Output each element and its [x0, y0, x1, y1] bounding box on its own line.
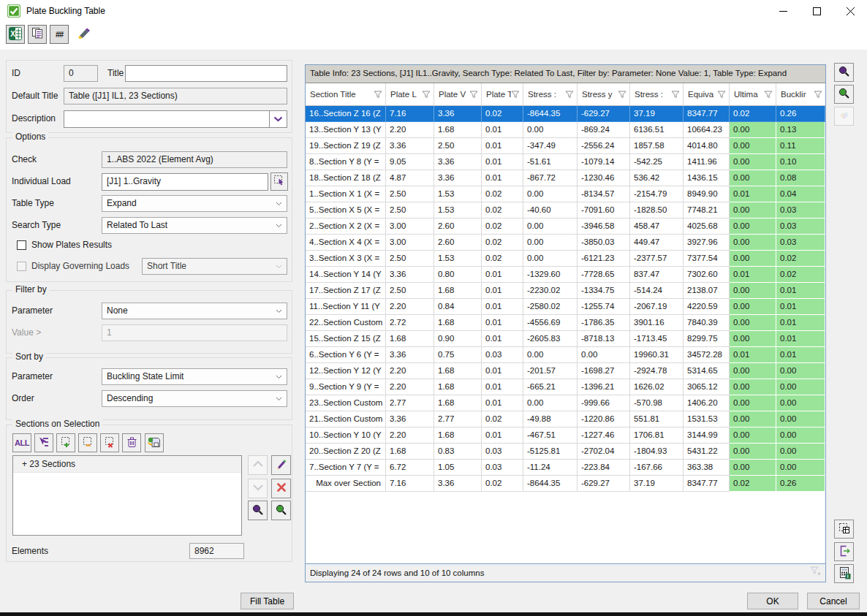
table-row[interactable]: 17..Section Z 17 (Z2.501.680.01-2230.02-… [306, 283, 825, 299]
delete-button[interactable] [122, 433, 141, 452]
column-header[interactable]: Stress y [578, 83, 630, 105]
table-cell[interactable]: 3144.99 [684, 427, 730, 444]
table-cell[interactable]: 0.01 [482, 379, 523, 395]
sort-order-combo[interactable]: Descending [102, 390, 287, 407]
table-cell[interactable]: 458.47 [630, 218, 684, 235]
table-cell[interactable]: 2.20 [386, 363, 434, 379]
table-cell[interactable]: 0.02 [482, 106, 523, 122]
table-cell[interactable]: 0.04 [776, 186, 825, 202]
table-cell[interactable]: 6136.51 [630, 122, 684, 138]
filter-funnel-icon[interactable] [422, 91, 431, 99]
table-cell[interactable]: 1.68 [434, 363, 482, 379]
table-cell[interactable]: 0.84 [434, 299, 482, 315]
table-cell[interactable]: 0.13 [776, 122, 825, 138]
table-cell[interactable]: 0.00 [730, 331, 776, 347]
table-cell[interactable]: -514.24 [630, 283, 684, 299]
table-cell[interactable]: -8718.13 [578, 331, 630, 347]
table-cell[interactable]: -1828.50 [630, 202, 684, 218]
table-cell[interactable]: 0.02 [482, 186, 523, 202]
table-cell[interactable]: 13..Section Y 13 (Y [306, 122, 386, 138]
table-cell[interactable]: -7728.65 [578, 267, 630, 283]
table-cell[interactable]: 8299.75 [684, 331, 730, 347]
table-cell[interactable]: 6.72 [386, 460, 434, 476]
column-header[interactable]: Equiva [684, 83, 730, 105]
table-cell[interactable]: 2.50 [386, 186, 434, 202]
table-cell[interactable]: 2.20 [386, 427, 434, 444]
table-cell[interactable]: 0.90 [434, 331, 482, 347]
table-cell[interactable]: 2.20 [386, 122, 434, 138]
table-cell[interactable]: -167.66 [630, 460, 684, 476]
table-cell[interactable]: 0.00 [730, 379, 776, 395]
zoom-selection-purple-button[interactable] [248, 501, 268, 520]
table-cell[interactable]: -2556.24 [578, 138, 630, 154]
table-cell[interactable]: 0.02 [482, 202, 523, 218]
table-cell[interactable]: 0.03 [482, 347, 523, 363]
table-cell[interactable]: 0.01 [482, 331, 523, 347]
table-cell[interactable]: 2.20 [386, 299, 434, 315]
table-cell[interactable]: 2.60 [434, 218, 482, 235]
table-cell[interactable]: 0.00 [523, 235, 578, 251]
number-format-button[interactable]: ## [50, 25, 69, 44]
table-cell[interactable]: 1.68 [434, 315, 482, 331]
table-row[interactable]: 10..Section Y 10 (Y2.201.680.01-467.51-1… [306, 427, 825, 444]
description-dropdown-button[interactable] [269, 110, 287, 128]
table-cell[interactable]: 0.10 [776, 154, 825, 170]
save-selection-button[interactable] [145, 433, 164, 452]
table-row[interactable]: 1..Section X 1 (X =2.501.530.020.00-8134… [306, 186, 825, 202]
table-cell[interactable]: 0.00 [730, 218, 776, 235]
table-cell[interactable]: 3.36 [434, 476, 482, 492]
table-cell[interactable]: 2.20 [386, 379, 434, 395]
filter-funnel-icon[interactable] [469, 91, 478, 99]
highlighter-button[interactable] [73, 25, 94, 44]
table-row[interactable]: 8..Section Y 8 (Y =9.053.360.01-51.61-10… [306, 154, 825, 170]
table-cell[interactable]: 0.00 [730, 170, 776, 186]
table-row[interactable]: 11..Section Y 11 (Y2.200.840.01-2580.02-… [306, 299, 825, 315]
table-cell[interactable]: 8347.77 [684, 476, 730, 492]
table-cell[interactable]: 0.00 [730, 251, 776, 267]
filter-funnel-icon[interactable] [764, 91, 773, 99]
table-cell[interactable]: -1227.46 [578, 427, 630, 444]
table-cell[interactable]: 7377.54 [684, 251, 730, 267]
table-cell[interactable]: 5431.22 [684, 444, 730, 460]
description-field[interactable] [64, 110, 270, 128]
table-cell[interactable]: 0.02 [482, 235, 523, 251]
table-cell[interactable]: 0.00 [523, 218, 578, 235]
table-row[interactable]: 15..Section Z 15 (Z1.680.900.01-2605.83-… [306, 331, 825, 347]
column-header[interactable]: Plate T [482, 83, 523, 105]
table-cell[interactable]: 21..Section Custom [306, 411, 386, 427]
table-cell[interactable]: -1329.60 [523, 267, 578, 283]
table-cell[interactable]: -629.27 [578, 106, 630, 122]
individual-load-field[interactable]: [J1] 1..Gravity [102, 173, 268, 191]
table-cell[interactable]: 5..Section X 5 (X = [306, 202, 386, 218]
table-cell[interactable]: -223.84 [578, 460, 630, 476]
table-cell[interactable]: 18..Section Z 18 (Z [306, 170, 386, 186]
table-cell[interactable]: -999.66 [578, 395, 630, 411]
table-cell[interactable]: 2.50 [386, 202, 434, 218]
table-row[interactable]: 6..Section Y 6 (Y =3.360.750.030.000.001… [306, 347, 825, 363]
table-cell[interactable]: 3.36 [386, 138, 434, 154]
table-cell[interactable]: 1.68 [386, 444, 434, 460]
export-table-button[interactable] [834, 542, 854, 561]
table-cell[interactable]: 0.00 [578, 347, 630, 363]
table-cell[interactable]: 0.26 [776, 476, 825, 492]
select-all-button[interactable]: ALL [12, 433, 31, 452]
table-cell[interactable]: 0.00 [730, 202, 776, 218]
filter-funnel-icon[interactable] [374, 91, 382, 99]
table-cell[interactable]: 37.19 [630, 106, 684, 122]
table-cell[interactable]: 0.01 [730, 186, 776, 202]
table-cell[interactable]: -570.98 [630, 395, 684, 411]
table-cell[interactable]: 0.00 [730, 427, 776, 444]
table-row[interactable]: 5..Section X 5 (X =2.501.530.02-40.60-70… [306, 202, 825, 218]
column-header[interactable]: Plate L [386, 83, 434, 105]
table-cell[interactable]: Max over Section [306, 476, 386, 492]
table-cell[interactable]: -4556.69 [523, 315, 578, 331]
table-cell[interactable]: -542.25 [630, 154, 684, 170]
title-field[interactable] [125, 65, 287, 82]
table-cell[interactable]: -8134.57 [578, 186, 630, 202]
table-cell[interactable]: 0.02 [776, 251, 825, 267]
table-cell[interactable]: -1230.46 [578, 170, 630, 186]
table-cell[interactable]: 0.02 [482, 218, 523, 235]
table-cell[interactable]: 2.50 [434, 138, 482, 154]
table-cell[interactable]: -1698.27 [578, 363, 630, 379]
filter-funnel-icon[interactable] [618, 91, 626, 99]
